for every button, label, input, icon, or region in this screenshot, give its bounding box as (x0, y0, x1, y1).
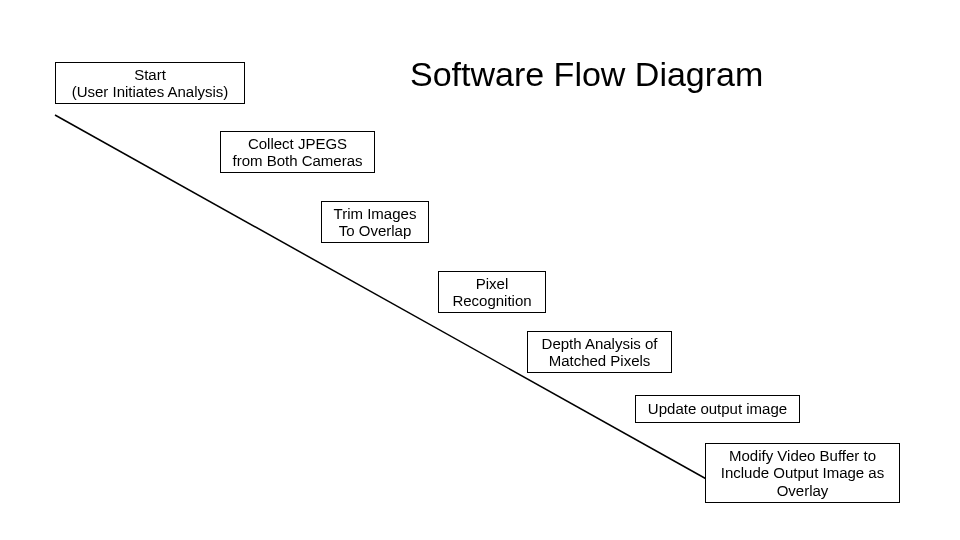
step-pixel-line1: Pixel (476, 275, 509, 292)
step-trim: Trim Images To Overlap (321, 201, 429, 243)
step-modify: Modify Video Buffer to Include Output Im… (705, 443, 900, 503)
step-modify-line1: Modify Video Buffer to (729, 447, 876, 464)
step-collect: Collect JPEGS from Both Cameras (220, 131, 375, 173)
step-trim-line1: Trim Images (334, 205, 417, 222)
step-modify-line2: Include Output Image as (721, 464, 884, 481)
step-depth: Depth Analysis of Matched Pixels (527, 331, 672, 373)
step-start-line1: Start (134, 66, 166, 83)
diagram-title: Software Flow Diagram (410, 55, 763, 94)
step-update-line1: Update output image (648, 400, 787, 417)
step-collect-line2: from Both Cameras (232, 152, 362, 169)
step-depth-line2: Matched Pixels (549, 352, 651, 369)
step-depth-line1: Depth Analysis of (542, 335, 658, 352)
step-trim-line2: To Overlap (339, 222, 412, 239)
step-pixel: Pixel Recognition (438, 271, 546, 313)
step-start: Start (User Initiates Analysis) (55, 62, 245, 104)
step-collect-line1: Collect JPEGS (248, 135, 347, 152)
step-start-line2: (User Initiates Analysis) (72, 83, 229, 100)
step-pixel-line2: Recognition (452, 292, 531, 309)
step-modify-line3: Overlay (777, 482, 829, 499)
diagram-canvas: Software Flow Diagram Start (User Initia… (0, 0, 960, 540)
step-update: Update output image (635, 395, 800, 423)
svg-line-0 (55, 115, 735, 495)
